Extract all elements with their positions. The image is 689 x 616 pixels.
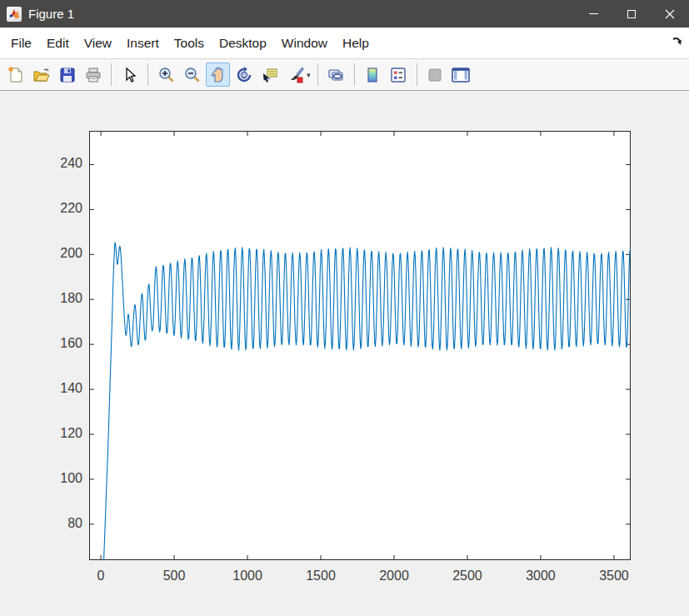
- save-figure-button[interactable]: [55, 63, 79, 87]
- save-floppy-icon: [58, 66, 77, 84]
- zoom-in-button[interactable]: [154, 63, 178, 87]
- toolbar-separator: [111, 63, 112, 86]
- x-tick-label: 3000: [512, 568, 570, 583]
- menu-help[interactable]: Help: [335, 31, 377, 56]
- printer-icon: [84, 66, 102, 84]
- link-chain-icon: [327, 66, 345, 84]
- open-file-button[interactable]: [29, 63, 53, 87]
- menu-desktop[interactable]: Desktop: [212, 31, 274, 56]
- y-tick-label: 220: [42, 201, 82, 216]
- minimize-icon: [589, 13, 598, 14]
- zoom-out-icon: [183, 66, 202, 84]
- zoom-out-button[interactable]: [180, 63, 204, 87]
- data-cursor-icon: [261, 66, 279, 84]
- close-icon: [665, 9, 675, 19]
- pan-button[interactable]: [206, 63, 230, 87]
- menu-window[interactable]: Window: [274, 31, 335, 56]
- brush-icon: [287, 66, 305, 84]
- menu-bar: File Edit View Insert Tools Desktop Wind…: [0, 28, 689, 59]
- x-tick-label: 3500: [585, 568, 643, 583]
- y-tick-label: 180: [42, 291, 82, 306]
- svg-text:D: D: [242, 72, 246, 78]
- toolbar-separator: [354, 63, 355, 86]
- menu-view[interactable]: View: [77, 31, 119, 56]
- y-tick-label: 80: [42, 516, 82, 531]
- menu-file[interactable]: File: [3, 31, 39, 56]
- pan-hand-icon: [209, 66, 227, 84]
- maximize-button[interactable]: [612, 0, 651, 28]
- dock-layout-icon: [451, 66, 471, 84]
- x-tick-label: 2000: [365, 568, 423, 583]
- data-cursor-button[interactable]: [257, 63, 282, 87]
- y-tick-label: 100: [42, 471, 82, 486]
- menu-edit[interactable]: Edit: [39, 31, 77, 56]
- y-tick-label: 240: [42, 156, 82, 171]
- y-tick-label: 160: [42, 336, 82, 351]
- x-tick-label: 2500: [438, 568, 497, 583]
- y-tick-label: 120: [42, 426, 82, 441]
- new-document-icon: [7, 66, 25, 84]
- y-tick-label: 140: [42, 381, 82, 396]
- rotate-3d-icon: D: [235, 66, 253, 84]
- close-button[interactable]: [651, 0, 689, 28]
- x-tick-label: 500: [145, 568, 203, 583]
- dock-figure-arrow-icon[interactable]: [671, 35, 684, 48]
- new-figure-button[interactable]: [3, 63, 27, 87]
- legend-icon: [389, 66, 407, 84]
- matlab-logo-icon: [7, 7, 22, 22]
- toolbar-separator: [417, 63, 417, 86]
- menu-insert[interactable]: Insert: [119, 31, 167, 56]
- y-tick-label: 200: [42, 246, 82, 261]
- colorbar-icon: [363, 66, 382, 84]
- x-tick-label: 1500: [292, 568, 350, 583]
- insert-colorbar-button[interactable]: [361, 63, 385, 87]
- gray-square-icon: [426, 66, 444, 84]
- title-bar: Figure 1: [0, 0, 689, 28]
- toolbar-separator: [147, 63, 148, 86]
- brush-data-button[interactable]: [283, 63, 307, 87]
- menu-tools[interactable]: Tools: [167, 31, 212, 56]
- zoom-in-icon: [157, 66, 176, 84]
- pointer-arrow-icon: [122, 67, 138, 83]
- plot-axes[interactable]: [89, 131, 631, 560]
- window-title: Figure 1: [28, 7, 74, 21]
- minimize-button[interactable]: [574, 0, 612, 28]
- x-tick-label: 0: [72, 568, 130, 583]
- x-tick-label: 1000: [218, 568, 277, 583]
- toolbar-separator: [317, 63, 318, 86]
- insert-legend-button[interactable]: [387, 63, 411, 87]
- plot-svg: [89, 131, 631, 560]
- show-plot-tools-dock-button[interactable]: [449, 63, 473, 87]
- figure-canvas: 8010012014016018020022024005001000150020…: [0, 91, 689, 615]
- brush-dropdown-caret-icon[interactable]: ▾: [307, 71, 311, 79]
- open-folder-icon: [32, 66, 51, 84]
- maximize-icon: [627, 10, 636, 18]
- print-figure-button[interactable]: [81, 63, 105, 87]
- link-plot-button[interactable]: [324, 63, 348, 87]
- rotate-3d-button[interactable]: D: [232, 63, 256, 87]
- edit-plot-button[interactable]: [117, 63, 142, 87]
- axis-box: [90, 132, 631, 560]
- hide-plot-tools-button[interactable]: [423, 63, 447, 87]
- figure-toolbar: D ▾: [0, 59, 689, 91]
